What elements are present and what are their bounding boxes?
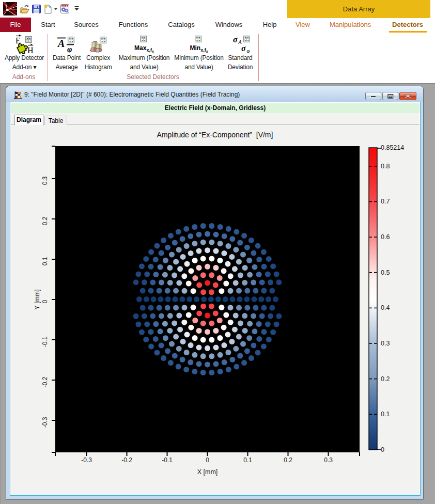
svg-text:H: H xyxy=(27,46,34,55)
svg-text:σ: σ xyxy=(241,44,246,53)
svg-text:σ: σ xyxy=(233,35,238,44)
svg-text:φ: φ xyxy=(247,48,250,53)
svg-text:A: A xyxy=(57,38,65,49)
svg-text:φ: φ xyxy=(67,45,72,53)
